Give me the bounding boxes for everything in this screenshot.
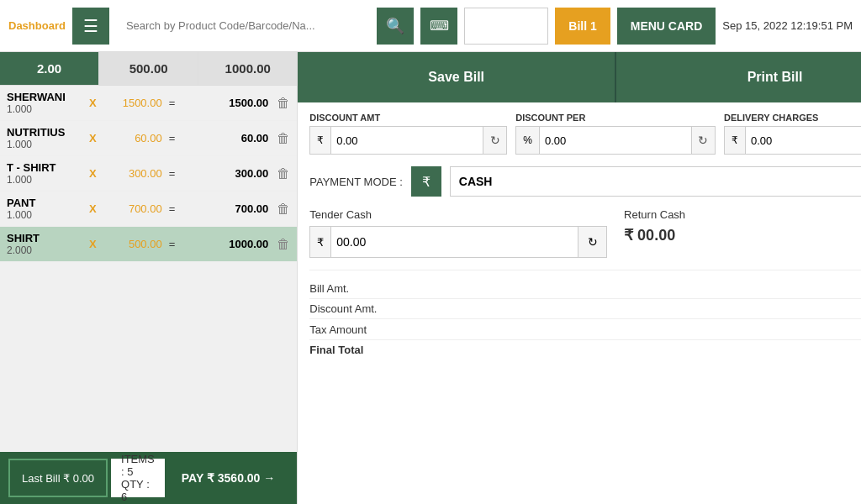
item-qty: 1.000	[7, 139, 82, 150]
tender-refresh-button[interactable]: ↻	[578, 227, 606, 257]
item-price: 500.00	[103, 238, 162, 250]
item-price: 60.00	[103, 132, 162, 144]
delete-icon[interactable]: 🗑	[277, 96, 290, 111]
discount-amt-sum-label: Discount Amt.	[309, 302, 377, 315]
table-row[interactable]: SHERWANI 1.000 X 1500.00 = 1500.00 🗑	[0, 86, 297, 121]
item-price: 700.00	[103, 202, 162, 215]
delete-icon[interactable]: 🗑	[277, 166, 290, 181]
pay-button[interactable]: PAY ₹ 3560.00 →	[168, 459, 288, 497]
equals-icon: =	[169, 167, 176, 180]
equals-icon: =	[169, 202, 176, 215]
delete-icon[interactable]: 🗑	[277, 237, 290, 252]
item-total: 60.00	[201, 132, 268, 144]
table-row[interactable]: PANT 1.000 X 700.00 = 700.00 🗑	[0, 192, 297, 227]
qty-summary: 2.00	[0, 52, 99, 85]
equals-icon: =	[169, 238, 176, 250]
table-row[interactable]: SHIRT 2.000 X 500.00 = 1000.00 🗑	[0, 227, 297, 262]
datetime-display: Sep 15, 2022 12:19:51 PM	[722, 19, 853, 32]
delivery-charges-input[interactable]	[746, 127, 861, 154]
delivery-charges-label: DELIVERY CHARGES	[724, 113, 861, 123]
discount-amt-label: DISCOUNT AMT	[309, 113, 507, 123]
item-qty: 2.000	[7, 244, 82, 256]
table-row[interactable]: NUTRITIUS 1.000 X 60.00 = 60.00 🗑	[0, 121, 297, 156]
equals-icon: =	[169, 97, 176, 109]
table-row[interactable]: T - SHIRT 1.000 X 300.00 = 300.00 🗑	[0, 156, 297, 192]
item-qty: 1.000	[7, 103, 82, 115]
discount-per-prefix: %	[516, 127, 540, 154]
menu-card-button[interactable]: MENU CARD	[617, 8, 716, 45]
item-qty: 1.000	[7, 174, 82, 186]
dashboard-label[interactable]: Dashboard	[8, 19, 66, 32]
tender-cash-label: Tender Cash	[309, 208, 607, 221]
item-name: SHIRT	[7, 232, 82, 244]
bill-amt-label: Bill Amt.	[309, 282, 349, 295]
payment-mode-label: PAYMENT MODE :	[309, 176, 403, 188]
tax-amount-label: Tax Amount	[309, 323, 367, 336]
return-cash-label: Return Cash	[624, 208, 861, 221]
rupee-button[interactable]: ₹	[411, 166, 441, 197]
multiply-icon: X	[89, 132, 97, 144]
equals-icon: =	[169, 132, 176, 144]
item-name: PANT	[7, 197, 82, 209]
multiply-icon: X	[89, 202, 97, 215]
search-input[interactable]	[116, 8, 377, 45]
final-total-label: Final Total	[309, 344, 363, 356]
item-total: 1000.00	[201, 238, 268, 250]
item-total: 300.00	[201, 167, 268, 180]
discount-per-refresh[interactable]: ↻	[691, 127, 715, 154]
bill-number-input[interactable]	[464, 8, 548, 45]
total-summary: 1000.00	[198, 52, 297, 85]
tender-cash-input[interactable]	[331, 227, 578, 257]
delete-icon[interactable]: 🗑	[277, 131, 290, 146]
payment-mode-select[interactable]: CASH CARD UPI	[450, 166, 861, 197]
search-button[interactable]: 🔍	[377, 8, 414, 45]
mid-summary: 500.00	[99, 52, 198, 85]
save-bill-button[interactable]: Save Bill	[298, 52, 616, 102]
multiply-icon: X	[89, 167, 97, 180]
item-name: SHERWANI	[7, 91, 82, 103]
item-total: 1500.00	[201, 97, 268, 109]
item-price: 1500.00	[103, 97, 162, 109]
delete-icon[interactable]: 🗑	[277, 202, 290, 217]
item-qty: 1.000	[7, 209, 82, 221]
qty-count: QTY : 6	[121, 478, 155, 503]
items-qty-info: ITEMS : 5 QTY : 6	[111, 459, 165, 497]
items-count: ITEMS : 5	[121, 453, 155, 478]
last-bill-button[interactable]: Last Bill ₹ 0.00	[8, 459, 108, 497]
item-price: 300.00	[103, 167, 162, 180]
discount-amt-refresh[interactable]: ↻	[483, 127, 506, 154]
discount-amt-input[interactable]	[331, 127, 483, 154]
item-name: NUTRITIUS	[7, 126, 82, 139]
return-cash-value: ₹ 00.00	[624, 226, 861, 244]
discount-per-input[interactable]	[540, 127, 691, 154]
discount-per-label: DISCOUNT PER	[515, 113, 716, 123]
keyboard-button[interactable]: ⌨	[420, 8, 457, 45]
tender-currency-icon: ₹	[310, 227, 331, 257]
multiply-icon: X	[89, 97, 97, 109]
delivery-currency: ₹	[725, 127, 746, 154]
discount-amt-currency: ₹	[310, 127, 331, 154]
multiply-icon: X	[89, 238, 97, 250]
menu-button[interactable]: ☰	[72, 8, 109, 45]
item-total: 700.00	[201, 202, 268, 215]
items-list: SHERWANI 1.000 X 1500.00 = 1500.00 🗑 NUT…	[0, 86, 297, 452]
print-bill-button[interactable]: Print Bill	[616, 52, 861, 102]
bill-button[interactable]: Bill 1	[555, 8, 610, 45]
item-name: T - SHIRT	[7, 161, 82, 174]
